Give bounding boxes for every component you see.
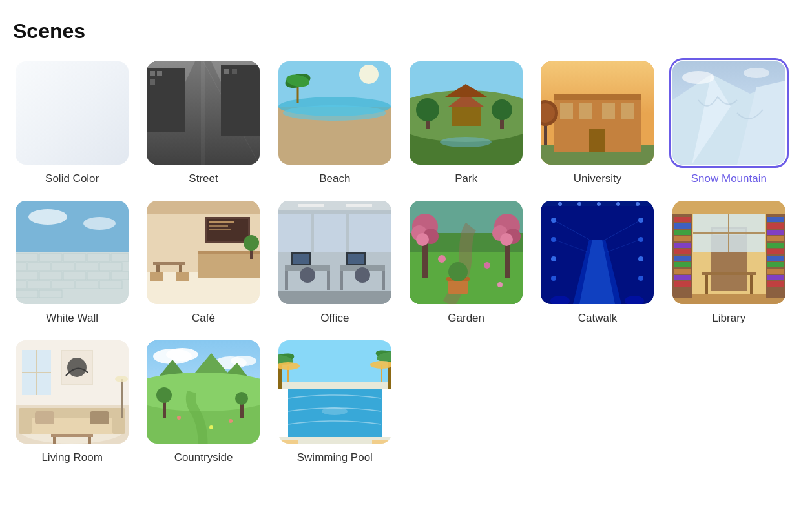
svg-point-124: [416, 233, 429, 246]
svg-rect-163: [674, 217, 691, 222]
svg-point-135: [497, 282, 503, 287]
scene-label-white-wall: White Wall: [46, 312, 98, 325]
scene-thumb-university[interactable]: [541, 61, 654, 165]
scene-thumb-snow-mountain[interactable]: [672, 61, 785, 165]
scene-item-cafe[interactable]: Café: [144, 201, 262, 325]
svg-point-227: [156, 387, 172, 403]
scene-thumb-cafe[interactable]: [147, 201, 260, 304]
svg-point-17: [283, 105, 386, 121]
svg-rect-191: [702, 272, 756, 275]
svg-rect-8: [150, 71, 155, 76]
svg-rect-40: [579, 103, 592, 119]
scene-item-beach[interactable]: Beach: [276, 61, 394, 185]
scene-thumb-street[interactable]: [147, 61, 260, 165]
scene-item-office[interactable]: Office: [276, 201, 394, 325]
svg-point-142: [551, 276, 556, 281]
scene-thumb-park[interactable]: [410, 61, 523, 165]
svg-rect-164: [674, 223, 691, 229]
scene-thumb-library[interactable]: [672, 201, 785, 304]
svg-point-33: [440, 137, 492, 147]
svg-point-96: [244, 235, 259, 251]
svg-rect-184: [767, 275, 784, 280]
svg-rect-172: [674, 275, 691, 280]
svg-point-218: [166, 348, 198, 361]
svg-rect-175: [767, 217, 784, 222]
svg-rect-115: [314, 214, 346, 252]
scene-item-solid-color[interactable]: Solid Color: [13, 61, 131, 185]
scene-thumb-catwalk[interactable]: [541, 201, 654, 304]
scene-thumb-office[interactable]: [278, 201, 391, 304]
scene-item-library[interactable]: Library: [670, 201, 788, 325]
svg-point-214: [115, 376, 128, 382]
svg-rect-43: [589, 129, 605, 152]
scene-label-library: Library: [712, 312, 745, 325]
svg-rect-165: [674, 230, 691, 235]
scene-item-catwalk[interactable]: Catwalk: [538, 201, 656, 325]
scene-item-university[interactable]: University: [538, 61, 656, 185]
scene-label-garden: Garden: [448, 312, 484, 325]
scene-thumb-living-room[interactable]: [16, 340, 129, 444]
svg-rect-41: [602, 103, 615, 119]
svg-point-203: [67, 358, 87, 377]
scene-thumb-white-wall[interactable]: [16, 201, 129, 304]
svg-point-134: [484, 262, 490, 269]
scene-label-countryside: Countryside: [174, 451, 233, 464]
svg-rect-212: [88, 437, 91, 444]
scene-item-living-room[interactable]: Living Room: [13, 340, 131, 464]
svg-point-53: [744, 68, 769, 78]
svg-rect-185: [767, 281, 784, 287]
svg-rect-213: [121, 379, 123, 418]
svg-point-157: [616, 202, 620, 206]
scene-item-snow-mountain[interactable]: Snow Mountain: [670, 61, 788, 185]
svg-point-232: [229, 419, 233, 423]
scenes-grid: Solid Color Street Beach: [13, 61, 788, 464]
svg-rect-167: [674, 243, 691, 248]
svg-rect-101: [278, 291, 391, 304]
svg-point-155: [577, 202, 581, 206]
svg-rect-182: [767, 262, 784, 267]
svg-rect-168: [674, 249, 691, 254]
svg-rect-171: [674, 269, 691, 274]
svg-point-229: [235, 392, 248, 405]
svg-rect-42: [621, 103, 634, 119]
svg-rect-181: [767, 256, 784, 261]
scene-item-park[interactable]: Park: [407, 61, 525, 185]
svg-rect-11: [221, 65, 260, 136]
svg-rect-244: [372, 440, 391, 444]
svg-rect-192: [705, 275, 708, 294]
scene-item-street[interactable]: Street: [144, 61, 262, 185]
svg-rect-10: [150, 79, 155, 85]
svg-point-145: [638, 256, 643, 261]
scene-label-snow-mountain: Snow Mountain: [691, 172, 767, 185]
svg-point-109: [355, 267, 370, 283]
svg-rect-206: [19, 408, 32, 434]
svg-point-230: [177, 416, 181, 420]
svg-rect-207: [112, 408, 125, 434]
scene-item-countryside[interactable]: Countryside: [144, 340, 262, 464]
svg-point-249: [322, 407, 348, 415]
svg-rect-111: [293, 254, 309, 264]
scene-item-white-wall[interactable]: White Wall: [13, 201, 131, 325]
scene-thumb-solid-color[interactable]: [16, 61, 129, 165]
svg-rect-178: [767, 236, 784, 241]
scene-thumb-countryside[interactable]: [147, 340, 260, 444]
scene-thumb-beach[interactable]: [278, 61, 391, 165]
scene-item-garden[interactable]: Garden: [407, 201, 525, 325]
svg-point-132: [448, 262, 468, 281]
svg-rect-116: [349, 214, 391, 252]
scene-thumb-garden[interactable]: [410, 201, 523, 304]
scene-label-cafe: Café: [192, 312, 215, 325]
scene-thumb-swimming-pool[interactable]: [278, 340, 391, 444]
svg-rect-169: [674, 256, 691, 261]
svg-rect-107: [382, 271, 385, 290]
scene-label-catwalk: Catwalk: [578, 312, 617, 325]
scene-item-swimming-pool[interactable]: Swimming Pool: [276, 340, 394, 464]
scene-label-swimming-pool: Swimming Pool: [297, 451, 373, 464]
svg-rect-98: [278, 201, 391, 210]
svg-point-220: [231, 356, 256, 366]
svg-rect-89: [209, 229, 231, 230]
svg-point-52: [682, 71, 714, 84]
svg-rect-170: [674, 262, 691, 267]
scene-label-beach: Beach: [319, 172, 350, 185]
svg-point-30: [416, 98, 439, 121]
